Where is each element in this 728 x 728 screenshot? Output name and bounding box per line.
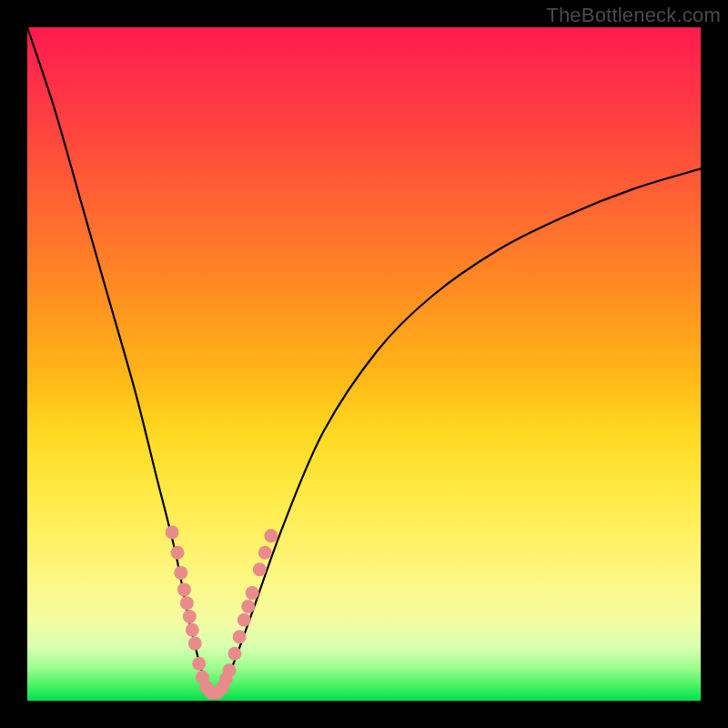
marker-dot: [258, 546, 272, 560]
marker-dot: [264, 529, 278, 542]
marker-dot: [180, 596, 194, 610]
marker-dot: [223, 663, 237, 677]
marker-dot: [238, 613, 251, 627]
marker-dot: [183, 610, 197, 623]
chart-svg: [27, 27, 701, 701]
highlight-dots: [166, 526, 278, 700]
marker-dot: [171, 546, 185, 560]
marker-dot: [166, 526, 179, 540]
marker-dot: [186, 623, 199, 637]
marker-dot: [188, 637, 202, 651]
marker-dot: [246, 586, 259, 600]
watermark-text: TheBottleneck.com: [546, 4, 721, 27]
marker-dot: [228, 647, 241, 661]
chart-frame: TheBottleneck.com: [0, 0, 728, 728]
marker-dot: [241, 600, 255, 613]
marker-dot: [233, 630, 247, 643]
bottleneck-curve: [27, 27, 701, 696]
chart-plot-area: [27, 27, 701, 701]
marker-dot: [174, 566, 187, 580]
marker-dot: [192, 657, 206, 671]
marker-dot: [253, 562, 267, 576]
marker-dot: [177, 582, 191, 596]
